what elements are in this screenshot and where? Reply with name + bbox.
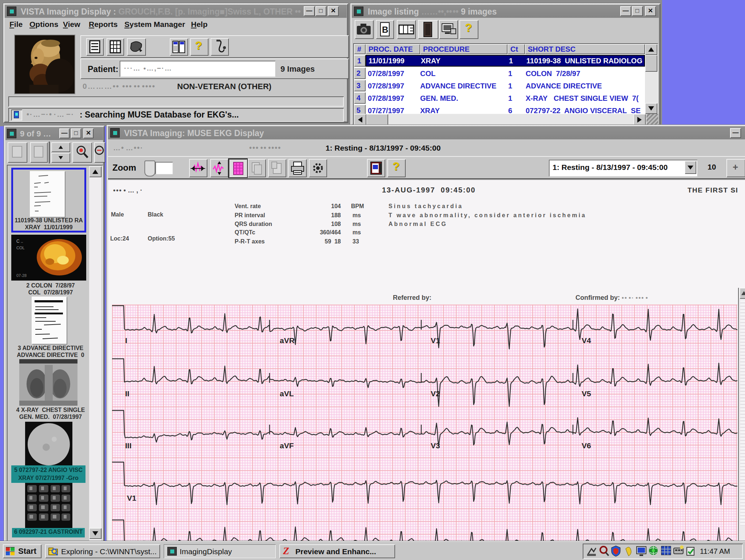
svg-text:III: III [125,441,132,450]
svg-text:B: B [382,25,388,35]
svg-text:V5: V5 [582,389,591,398]
svg-text:aVF: aVF [280,441,294,450]
svg-text:V1: V1 [431,336,440,345]
svg-text:COL: COL [16,246,25,250]
svg-text:V6: V6 [582,441,591,450]
svg-text:C ..: C .. [16,239,23,244]
svg-text:V4: V4 [582,336,591,345]
svg-text:II: II [125,389,130,398]
svg-text:07-28: 07-28 [16,273,27,278]
svg-text:aVR: aVR [280,336,295,345]
svg-text:I: I [125,336,127,345]
svg-text:aVL: aVL [280,389,294,398]
svg-text:V2: V2 [431,389,440,398]
svg-text:V1: V1 [127,494,136,502]
svg-text:V3: V3 [431,441,440,450]
